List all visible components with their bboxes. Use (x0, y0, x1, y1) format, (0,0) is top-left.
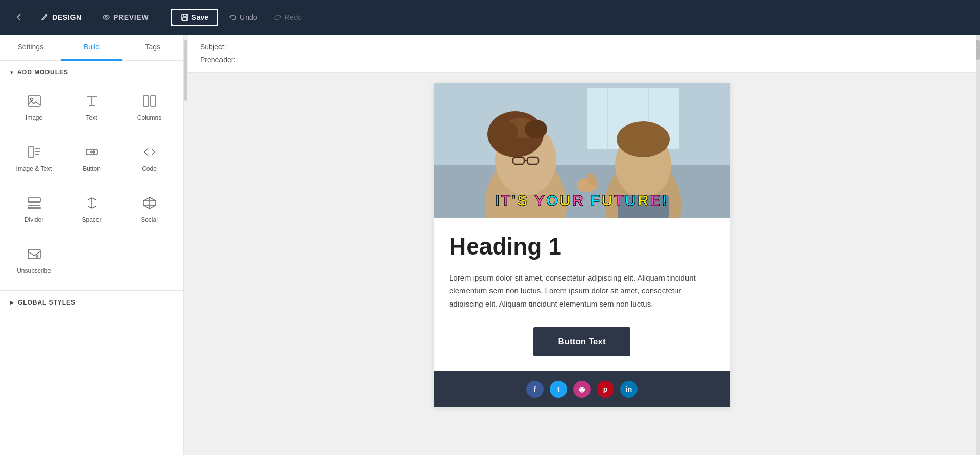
module-spacer[interactable]: Spacer (63, 183, 120, 234)
code-icon (140, 143, 159, 161)
tab-tags[interactable]: Tags (122, 35, 183, 61)
svg-point-4 (30, 98, 33, 101)
right-scrollbar[interactable] (976, 35, 980, 455)
social-facebook[interactable]: f (526, 381, 544, 398)
social-icon (140, 194, 159, 212)
svg-rect-3 (28, 96, 40, 106)
pencil-icon (41, 13, 49, 21)
save-button[interactable]: Save (171, 9, 218, 26)
save-icon (181, 14, 188, 21)
module-image[interactable]: Image (5, 81, 63, 132)
svg-rect-12 (28, 249, 40, 259)
subject-row: Subject: (200, 41, 964, 54)
preview-tab[interactable]: PREVIEW (94, 9, 157, 26)
tab-settings[interactable]: Settings (0, 35, 61, 61)
modules-grid: Image Text Columns (0, 81, 183, 285)
divider-icon (25, 194, 43, 212)
sidebar: Settings Build Tags ▾ ADD MODULES (0, 35, 184, 455)
svg-point-23 (525, 120, 547, 138)
module-divider[interactable]: Divider (5, 183, 63, 234)
email-hero-image[interactable]: IT'S YOUR FUTURE! (434, 83, 730, 218)
module-text[interactable]: Text (63, 81, 120, 132)
chevron-right-icon: ▸ (10, 299, 14, 306)
email-body-text: Lorem ipsum dolor sit amet, consectetur … (434, 266, 730, 323)
text-icon (83, 92, 101, 110)
unsubscribe-icon (25, 245, 43, 263)
columns-icon (140, 92, 159, 110)
sidebar-tabs: Settings Build Tags (0, 35, 183, 61)
svg-point-28 (617, 121, 670, 157)
sidebar-content: ▾ ADD MODULES Image (0, 61, 183, 455)
email-canvas: IT'S YOUR FUTURE! Heading 1 Lorem ipsum (188, 73, 976, 455)
module-code[interactable]: Code (120, 132, 178, 183)
topbar: DESIGN PREVIEW Save Undo Redo (0, 0, 980, 35)
redo-button[interactable]: Redo (267, 9, 308, 26)
svg-rect-10 (28, 207, 40, 209)
social-twitter[interactable]: t (550, 381, 567, 398)
spacer-icon (83, 194, 101, 212)
email-button-row: Button Text (434, 322, 730, 371)
svg-rect-6 (151, 96, 156, 106)
email-cta-button[interactable]: Button Text (533, 327, 630, 356)
design-tab[interactable]: DESIGN (33, 9, 90, 26)
email-container: IT'S YOUR FUTURE! Heading 1 Lorem ipsum (434, 83, 730, 407)
image-icon (25, 92, 43, 110)
back-button[interactable] (10, 8, 29, 27)
add-modules-header[interactable]: ▾ ADD MODULES (0, 61, 183, 81)
right-scrollbar-thumb (976, 40, 980, 60)
chevron-down-icon: ▾ (10, 70, 13, 75)
social-instagram[interactable]: ◉ (573, 381, 591, 398)
redo-icon (274, 13, 282, 21)
main-layout: Settings Build Tags ▾ ADD MODULES (0, 35, 980, 455)
module-unsubscribe[interactable]: Unsubscribe (5, 234, 63, 285)
button-icon (83, 143, 101, 161)
svg-rect-16 (607, 88, 608, 149)
svg-point-22 (498, 122, 518, 141)
tab-build[interactable]: Build (61, 35, 122, 61)
module-social[interactable]: Social (120, 183, 178, 234)
email-footer: f t ◉ p in (434, 371, 730, 407)
canvas-area: Subject: Preheader: (188, 35, 976, 455)
svg-point-0 (103, 15, 109, 19)
module-button[interactable]: Button (63, 132, 120, 183)
meta-bar: Subject: Preheader: (188, 35, 976, 73)
social-pinterest[interactable]: p (597, 381, 614, 398)
undo-button[interactable]: Undo (223, 9, 263, 26)
email-heading: Heading 1 (434, 218, 730, 266)
svg-rect-14 (434, 83, 730, 165)
preheader-row: Preheader: (200, 54, 964, 66)
sidebar-scrollbar[interactable] (184, 35, 188, 455)
svg-point-1 (105, 16, 107, 18)
image-text-icon (25, 143, 43, 161)
sidebar-outer: Settings Build Tags ▾ ADD MODULES (0, 35, 188, 455)
eye-icon (102, 13, 110, 21)
social-linkedin[interactable]: in (620, 381, 638, 398)
module-columns[interactable]: Columns (120, 81, 178, 132)
svg-rect-9 (28, 198, 40, 202)
undo-icon (229, 13, 237, 21)
svg-rect-7 (28, 147, 34, 157)
svg-rect-5 (143, 96, 149, 106)
global-styles-header[interactable]: ▸ GLOBAL STYLES (0, 290, 183, 314)
sidebar-scrollbar-thumb (184, 40, 187, 101)
hero-overlay-text: IT'S YOUR FUTURE! (495, 192, 668, 209)
module-image-text[interactable]: Image & Text (5, 132, 63, 183)
